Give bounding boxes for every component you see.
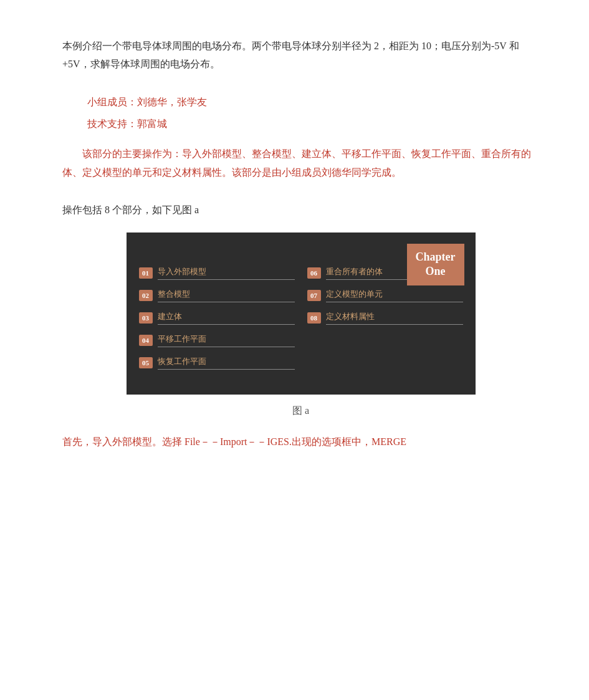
step-underline-05	[158, 369, 295, 370]
step-num-04: 04	[139, 335, 153, 346]
step-label-07: 定义模型的单元	[326, 289, 463, 300]
step-num-01: 01	[139, 267, 153, 279]
step-label-03: 建立体	[158, 311, 295, 322]
chapter-badge: Chapter One	[407, 244, 464, 285]
step-item-07: 07 定义模型的单元	[307, 289, 463, 302]
step-underline-02	[158, 302, 295, 302]
step-label-01: 导入外部模型	[158, 266, 295, 277]
figure-caption: 图 a	[62, 405, 539, 418]
step-item-03: 03 建立体	[139, 311, 295, 325]
step-label-wrap-05: 恢复工作平面	[158, 356, 295, 370]
step-num-06: 06	[307, 267, 321, 279]
operation-note: 操作包括 8 个部分，如下见图 a	[62, 200, 539, 220]
step-label-05: 恢复工作平面	[158, 356, 295, 367]
step-underline-01	[158, 279, 295, 280]
step-item-01: 01 导入外部模型	[139, 266, 295, 280]
step-label-wrap-07: 定义模型的单元	[326, 289, 463, 302]
step-label-02: 整合模型	[158, 289, 295, 300]
step-underline-04	[158, 347, 295, 347]
step-underline-03	[158, 324, 295, 325]
step-item-04: 04 平移工作平面	[139, 333, 295, 347]
intro-paragraph: 本例介绍一个带电导体球周围的电场分布。两个带电导体球分别半径为 2，相距为 10…	[62, 37, 539, 74]
step-num-05: 05	[139, 357, 153, 368]
step-underline-07	[326, 302, 463, 302]
step-label-wrap-02: 整合模型	[158, 289, 295, 302]
step-label-wrap-03: 建立体	[158, 311, 295, 325]
step-label-04: 平移工作平面	[158, 333, 295, 345]
step-label-wrap-04: 平移工作平面	[158, 333, 295, 347]
step-underline-08	[326, 324, 463, 325]
chapter-badge-line1: Chapter	[416, 251, 456, 263]
tech-support: 技术支持：郭富城	[62, 113, 539, 135]
step-label-08: 定义材料属性	[326, 311, 463, 322]
main-description: 该部分的主要操作为：导入外部模型、整合模型、建立体、平移工作平面、恢复工作平面、…	[62, 145, 539, 183]
page-container: 本例介绍一个带电导体球周围的电场分布。两个带电导体球分别半径为 2，相距为 10…	[0, 0, 589, 489]
steps-col-left: 01 导入外部模型 02 整合模型 03 建立体	[139, 266, 295, 378]
step-item-08: 08 定义材料属性	[307, 311, 463, 325]
chapter-badge-line2: One	[425, 265, 445, 277]
step-num-03: 03	[139, 312, 153, 324]
group-members: 小组成员：刘德华，张学友	[62, 91, 539, 113]
step-num-07: 07	[307, 290, 321, 301]
bottom-text: 首先，导入外部模型。选择 File－－Import－－IGES.出现的选项框中，…	[62, 433, 539, 451]
step-label-wrap-01: 导入外部模型	[158, 266, 295, 280]
figure-box: Chapter One 01 导入外部模型 02 整合模型	[127, 233, 476, 395]
step-item-05: 05 恢复工作平面	[139, 356, 295, 370]
step-label-wrap-08: 定义材料属性	[326, 311, 463, 325]
step-num-02: 02	[139, 290, 153, 301]
step-num-08: 08	[307, 312, 321, 324]
step-item-02: 02 整合模型	[139, 289, 295, 302]
group-info-block: 小组成员：刘德华，张学友 技术支持：郭富城	[62, 91, 539, 135]
